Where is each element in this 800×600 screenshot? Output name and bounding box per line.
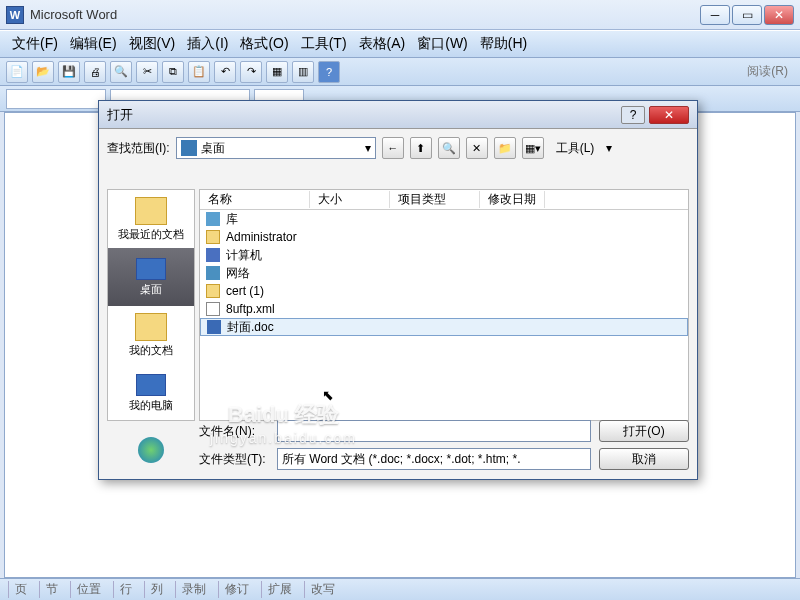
statusbar: 页 节 位置 行 列 录制 修订 扩展 改写 <box>0 578 800 600</box>
place-我最近的文档[interactable]: 我最近的文档 <box>108 190 194 248</box>
file-row[interactable]: cert (1) <box>200 282 688 300</box>
place-label: 我的电脑 <box>129 398 173 413</box>
save-icon[interactable]: 💾 <box>58 61 80 83</box>
place-network[interactable] <box>108 422 194 480</box>
paste-icon[interactable]: 📋 <box>188 61 210 83</box>
file-row[interactable]: 封面.doc <box>200 318 688 336</box>
columns-icon[interactable]: ▥ <box>292 61 314 83</box>
table-icon[interactable]: ▦ <box>266 61 288 83</box>
file-row[interactable]: 8uftp.xml <box>200 300 688 318</box>
status-ovr: 改写 <box>304 581 341 598</box>
views-button[interactable]: ▦▾ <box>522 137 544 159</box>
place-我的电脑[interactable]: 我的电脑 <box>108 364 194 422</box>
open-icon[interactable]: 📂 <box>32 61 54 83</box>
undo-icon[interactable]: ↶ <box>214 61 236 83</box>
menu-file[interactable]: 文件(F) <box>8 33 62 55</box>
col-size[interactable]: 大小 <box>310 191 390 208</box>
file-row[interactable]: 网络 <box>200 264 688 282</box>
up-button[interactable]: ⬆ <box>410 137 432 159</box>
menu-window[interactable]: 窗口(W) <box>413 33 472 55</box>
status-page: 页 <box>8 581 33 598</box>
maximize-button[interactable]: ▭ <box>732 5 762 25</box>
status-ext: 扩展 <box>261 581 298 598</box>
col-type[interactable]: 项目类型 <box>390 191 480 208</box>
file-name: 8uftp.xml <box>226 302 275 316</box>
net-icon <box>206 266 220 280</box>
menu-table[interactable]: 表格(A) <box>355 33 410 55</box>
copy-icon[interactable]: ⧉ <box>162 61 184 83</box>
lookin-value: 桌面 <box>201 140 225 157</box>
globe-icon <box>138 437 164 463</box>
tools-chevron-icon: ▾ <box>606 141 612 155</box>
read-mode-button[interactable]: 阅读(R) <box>741 63 794 80</box>
standard-toolbar: 📄 📂 💾 🖨 🔍 ✂ ⧉ 📋 ↶ ↷ ▦ ▥ ? 阅读(R) <box>0 58 800 86</box>
lookin-label: 查找范围(I): <box>107 140 170 157</box>
preview-icon[interactable]: 🔍 <box>110 61 132 83</box>
file-row[interactable]: 库 <box>200 210 688 228</box>
file-row[interactable]: Administrator <box>200 228 688 246</box>
word-logo-icon: W <box>6 6 24 24</box>
back-button[interactable]: ← <box>382 137 404 159</box>
open-dialog: 打开 ? ✕ 查找范围(I): 桌面 ▾ ← ⬆ 🔍 ✕ 📁 ▦▾ 工具(L) … <box>98 100 698 480</box>
place-label: 桌面 <box>140 282 162 297</box>
close-button[interactable]: ✕ <box>764 5 794 25</box>
menu-view[interactable]: 视图(V) <box>125 33 180 55</box>
col-date[interactable]: 修改日期 <box>480 191 545 208</box>
file-list-pane: 名称 大小 项目类型 修改日期 库Administrator计算机网络cert … <box>199 189 689 421</box>
dialog-title: 打开 <box>107 106 621 124</box>
filetype-combo[interactable] <box>277 448 591 470</box>
menu-insert[interactable]: 插入(I) <box>183 33 232 55</box>
file-name: Administrator <box>226 230 297 244</box>
delete-button[interactable]: ✕ <box>466 137 488 159</box>
redo-icon[interactable]: ↷ <box>240 61 262 83</box>
status-line: 行 <box>113 581 138 598</box>
menu-tools[interactable]: 工具(T) <box>297 33 351 55</box>
newfolder-button[interactable]: 📁 <box>494 137 516 159</box>
folder-icon <box>135 313 167 341</box>
cut-icon[interactable]: ✂ <box>136 61 158 83</box>
filetype-label: 文件类型(T): <box>199 451 269 468</box>
pc-icon <box>136 258 166 280</box>
status-sec: 节 <box>39 581 64 598</box>
status-rev: 修订 <box>218 581 255 598</box>
file-name: 库 <box>226 211 238 228</box>
doc-icon <box>207 320 221 334</box>
new-doc-icon[interactable]: 📄 <box>6 61 28 83</box>
cursor-icon: ⬉ <box>322 387 334 403</box>
folder-icon <box>206 230 220 244</box>
filename-label: 文件名(N): <box>199 423 269 440</box>
open-button[interactable]: 打开(O) <box>599 420 689 442</box>
file-row[interactable]: 计算机 <box>200 246 688 264</box>
lookin-combo[interactable]: 桌面 ▾ <box>176 137 376 159</box>
print-icon[interactable]: 🖨 <box>84 61 106 83</box>
tools-menu[interactable]: 工具(L) <box>550 140 601 157</box>
style-select[interactable] <box>6 89 106 109</box>
menu-help[interactable]: 帮助(H) <box>476 33 531 55</box>
desktop-icon <box>181 140 197 156</box>
menu-format[interactable]: 格式(O) <box>236 33 292 55</box>
dialog-titlebar: 打开 ? ✕ <box>99 101 697 129</box>
lib-icon <box>206 212 220 226</box>
search-button[interactable]: 🔍 <box>438 137 460 159</box>
minimize-button[interactable]: ─ <box>700 5 730 25</box>
filename-input[interactable] <box>277 420 591 442</box>
dialog-close-button[interactable]: ✕ <box>649 106 689 124</box>
file-name: cert (1) <box>226 284 264 298</box>
place-桌面[interactable]: 桌面 <box>108 248 194 306</box>
folder-icon <box>206 284 220 298</box>
pc-icon <box>136 374 166 396</box>
column-headers[interactable]: 名称 大小 项目类型 修改日期 <box>200 190 688 210</box>
col-name[interactable]: 名称 <box>200 191 310 208</box>
place-我的文档[interactable]: 我的文档 <box>108 306 194 364</box>
status-pos: 位置 <box>70 581 107 598</box>
folder-icon <box>135 197 167 225</box>
dialog-help-button[interactable]: ? <box>621 106 645 124</box>
menu-edit[interactable]: 编辑(E) <box>66 33 121 55</box>
help-icon[interactable]: ? <box>318 61 340 83</box>
cancel-button[interactable]: 取消 <box>599 448 689 470</box>
file-name: 计算机 <box>226 247 262 264</box>
file-name: 封面.doc <box>227 319 274 336</box>
window-title: Microsoft Word <box>30 7 700 22</box>
place-label: 我最近的文档 <box>118 227 184 242</box>
status-col: 列 <box>144 581 169 598</box>
